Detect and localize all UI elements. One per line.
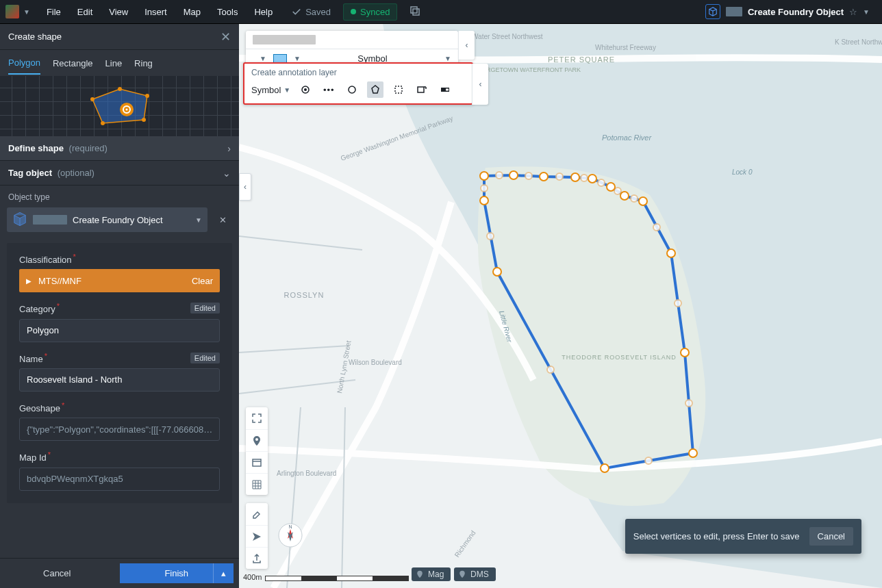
menu-tools[interactable]: Tools — [210, 3, 244, 21]
annotation-symbol-select[interactable]: Symbol ▼ — [251, 85, 290, 95]
chevron-down-icon[interactable]: ▼ — [260, 55, 266, 62]
bbox-tool-icon[interactable] — [390, 81, 407, 98]
fullscreen-icon[interactable] — [246, 407, 268, 429]
hint-text: Select vertices to edit, press Enter to … — [633, 531, 800, 541]
magnetic-north-toggle[interactable]: Mag — [412, 567, 451, 581]
menu-help[interactable]: Help — [247, 3, 279, 21]
tab-ring[interactable]: Ring — [134, 53, 153, 74]
svg-point-33 — [620, 192, 629, 200]
name-input[interactable] — [19, 368, 220, 392]
svg-text:ROSSLYN: ROSSLYN — [284, 291, 325, 299]
document-title-area: Create Foundry Object ☆ ▼ — [705, 4, 870, 19]
svg-text:PETER SQUARE: PETER SQUARE — [548, 55, 615, 64]
shape-preview — [0, 76, 239, 136]
hint-cancel-button[interactable]: Cancel — [809, 527, 853, 546]
svg-point-21 — [675, 300, 681, 307]
cube-icon — [12, 212, 27, 229]
chevron-down-icon[interactable]: ▼ — [444, 55, 451, 62]
map-canvas[interactable]: PETER SQUARE GEORGETOWN WATERFRONT PARK … — [239, 24, 882, 588]
svg-point-31 — [588, 175, 596, 183]
sync-dot-icon — [351, 9, 356, 14]
create-annotation-layer-panel: Create annotation layer Symbol ▼ ••• ‹ — [243, 62, 473, 105]
object-type-select[interactable]: Create Foundry Object ▼ — [7, 207, 207, 232]
svg-rect-62 — [446, 89, 449, 91]
annotation-panel-title: Create annotation layer — [251, 68, 465, 77]
geoshape-input — [19, 418, 220, 441]
expand-left-panel-button[interactable]: ‹ — [239, 173, 251, 201]
tab-line[interactable]: Line — [105, 53, 123, 74]
basemap: PETER SQUARE GEORGETOWN WATERFRONT PARK … — [239, 24, 882, 588]
grid-icon[interactable] — [246, 473, 268, 495]
create-shape-panel: Create shape ✕ Polygon Rectangle Line Ri… — [0, 24, 239, 588]
copy-icon[interactable] — [410, 5, 420, 18]
rect-tool-icon[interactable] — [414, 81, 430, 98]
menu-view[interactable]: View — [102, 3, 135, 21]
svg-point-10 — [125, 109, 127, 111]
favorite-star-icon[interactable]: ☆ — [849, 7, 857, 17]
collapse-toolbar-button[interactable]: ‹ — [458, 31, 475, 60]
category-input[interactable] — [19, 319, 220, 342]
svg-point-35 — [667, 249, 675, 257]
object-type-row: Create Foundry Object ▼ ✕ — [0, 205, 239, 239]
polygon-tool-icon[interactable] — [367, 81, 383, 98]
chevron-down-icon[interactable]: ▼ — [294, 55, 301, 62]
coordinate-format-toggle[interactable]: DMS — [454, 567, 496, 581]
svg-text:GEORGETOWN WATERFRONT PARK: GEORGETOWN WATERFRONT PARK — [473, 66, 581, 73]
tab-polygon[interactable]: Polygon — [8, 52, 40, 75]
location-pin-icon[interactable] — [246, 429, 268, 451]
svg-point-25 — [487, 233, 494, 240]
svg-point-19 — [631, 195, 638, 202]
svg-text:Water Street Northwest: Water Street Northwest — [472, 33, 543, 40]
document-title: Create Foundry Object — [748, 7, 844, 17]
finish-dropdown[interactable]: ▴ — [213, 563, 234, 583]
classification-clear-button[interactable]: Clear — [192, 276, 213, 286]
chevron-right-icon: › — [227, 143, 231, 154]
edit-hint-toast: Select vertices to edit, press Enter to … — [625, 519, 861, 554]
chevron-down-icon: ▼ — [284, 86, 290, 94]
svg-point-28 — [509, 171, 518, 179]
export-icon[interactable] — [246, 547, 268, 569]
object-type-value: Create Foundry Object — [73, 215, 163, 225]
svg-point-38 — [601, 464, 609, 472]
svg-rect-59 — [395, 86, 402, 93]
circle-tool-icon[interactable] — [344, 81, 360, 98]
collapse-annotation-button[interactable]: ‹ — [472, 64, 488, 105]
svg-rect-63 — [253, 459, 261, 466]
send-icon[interactable] — [246, 525, 268, 547]
menu-edit[interactable]: Edit — [71, 3, 99, 21]
doc-menu-dropdown[interactable]: ▼ — [863, 8, 870, 16]
point-tool-icon[interactable] — [297, 81, 314, 98]
svg-point-39 — [493, 268, 501, 276]
compass-icon[interactable]: N — [277, 522, 303, 548]
define-shape-section[interactable]: Define shape (required) › — [0, 136, 239, 161]
remove-object-button[interactable]: ✕ — [213, 210, 232, 229]
layers-icon[interactable] — [246, 451, 268, 473]
svg-point-27 — [480, 172, 488, 180]
menu-map[interactable]: Map — [177, 3, 207, 21]
redacted-block — [253, 35, 316, 44]
classification-tag[interactable]: ▶ MTS//MNF Clear — [19, 269, 220, 292]
app-menu-dropdown[interactable]: ▼ — [23, 8, 30, 16]
svg-point-7 — [101, 121, 105, 125]
svg-point-4 — [118, 87, 122, 91]
cancel-button[interactable]: Cancel — [0, 559, 114, 588]
tag-object-section[interactable]: Tag object (optional) ⌄ — [0, 161, 239, 186]
menu-insert[interactable]: Insert — [138, 3, 174, 21]
tab-rectangle[interactable]: Rectangle — [53, 53, 93, 74]
synced-indicator[interactable]: Synced — [343, 3, 397, 21]
app-logo[interactable] — [5, 5, 19, 18]
svg-rect-60 — [418, 87, 424, 92]
svg-point-20 — [653, 224, 660, 231]
svg-point-40 — [480, 196, 488, 205]
close-panel-button[interactable]: ✕ — [220, 29, 231, 44]
caret-right-icon: ▶ — [26, 277, 32, 285]
svg-point-17 — [598, 179, 605, 186]
more-icon[interactable]: ••• — [320, 81, 337, 98]
eraser-icon[interactable] — [246, 503, 268, 525]
object-type-badge-icon — [705, 4, 720, 19]
saved-indicator: Saved — [292, 7, 331, 17]
finish-button[interactable]: Finish ▴ — [120, 563, 234, 583]
label-tool-icon[interactable] — [437, 81, 453, 98]
menu-file[interactable]: File — [40, 3, 68, 21]
menubar: ▼ File Edit View Insert Map Tools Help S… — [0, 0, 882, 24]
